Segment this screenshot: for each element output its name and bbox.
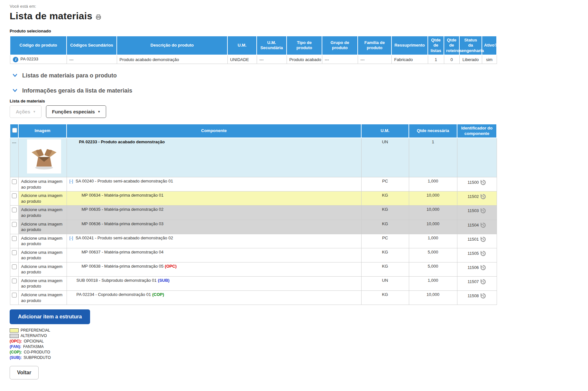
product-image[interactable] bbox=[27, 139, 61, 173]
row-checkbox[interactable] bbox=[12, 293, 17, 298]
add-image-link[interactable]: Adicione uma imagem ao produto bbox=[21, 221, 64, 233]
legend-label: ALTERNATIVO bbox=[21, 333, 47, 338]
actions-button[interactable]: Ações ▾ bbox=[10, 105, 41, 118]
add-image-link[interactable]: Adicione uma imagem ao produto bbox=[21, 179, 64, 190]
col-header: Ativo? bbox=[482, 36, 497, 55]
history-icon[interactable] bbox=[480, 236, 486, 244]
product-um-secondary: --- bbox=[257, 55, 287, 64]
section-general-info[interactable]: Informações gerais da lista de materiais bbox=[12, 87, 508, 94]
add-image-link[interactable]: Adicione uma imagem ao produto bbox=[21, 207, 64, 218]
row-checkbox[interactable] bbox=[12, 208, 17, 212]
col-header: Qtde de listas bbox=[428, 36, 444, 55]
legend-label: FANTASMA bbox=[23, 344, 44, 349]
product-eng-status: Liberado bbox=[459, 55, 482, 64]
row-checkbox[interactable] bbox=[12, 279, 17, 283]
row-checkbox[interactable] bbox=[12, 193, 17, 198]
component-um: PC bbox=[361, 177, 409, 191]
col-header: U.M. bbox=[227, 36, 257, 55]
add-image-link[interactable]: Adicione uma imagem ao produto bbox=[21, 278, 64, 289]
component-um: PC bbox=[361, 234, 409, 248]
component-qty: 5,000 bbox=[409, 262, 457, 276]
add-image-link[interactable]: Adicione uma imagem ao produto bbox=[21, 250, 64, 261]
special-functions-button[interactable]: Funções especiais ▾ bbox=[46, 105, 106, 118]
product-qty-routes: 0 bbox=[444, 55, 459, 64]
history-icon[interactable] bbox=[480, 179, 486, 187]
component-qty: 1,000 bbox=[409, 276, 457, 290]
product-description: Produto acabado demonstração bbox=[117, 55, 227, 64]
component-um: KG bbox=[361, 262, 409, 276]
row-checkbox[interactable] bbox=[12, 222, 17, 227]
product-group: --- bbox=[322, 55, 358, 64]
row-checkbox[interactable] bbox=[12, 264, 17, 269]
component-qty: 10,000 bbox=[409, 191, 457, 206]
legend-tag: (COP): bbox=[10, 350, 22, 354]
product-qty-lists: 1 bbox=[428, 55, 444, 64]
component-um: KG bbox=[361, 206, 409, 220]
col-header: Identificador do componente bbox=[457, 124, 497, 138]
component-um: KG bbox=[361, 291, 409, 305]
component-qty: 10,000 bbox=[409, 206, 457, 220]
legend-tag: (SUB): bbox=[10, 355, 22, 360]
product-type: Produto acabado bbox=[287, 55, 322, 64]
col-header: Status da engenharia bbox=[459, 36, 482, 55]
component-id: 11503 bbox=[467, 208, 479, 213]
back-button[interactable]: Voltar bbox=[10, 366, 39, 379]
add-item-button[interactable]: Adicionar item a estrutura bbox=[10, 309, 90, 324]
printer-icon[interactable] bbox=[96, 14, 101, 21]
product-resupply: Fabricado bbox=[391, 55, 428, 64]
row-checkbox[interactable] bbox=[12, 179, 17, 184]
component-id: 11505 bbox=[467, 251, 479, 256]
row-checkbox[interactable] bbox=[12, 250, 17, 255]
product-row: iPA 02233 --- Produto acabado demonstraç… bbox=[10, 55, 497, 64]
history-icon[interactable] bbox=[480, 250, 486, 258]
history-icon[interactable] bbox=[480, 293, 486, 300]
history-icon[interactable] bbox=[480, 222, 486, 229]
table-row-alternativo: Adicione uma imagem ao produto MP 00635 … bbox=[10, 206, 497, 220]
collapse-link[interactable]: [-] bbox=[69, 179, 73, 183]
history-icon[interactable] bbox=[480, 208, 486, 215]
preferencial-swatch bbox=[10, 328, 19, 333]
product-um: UNIDADE bbox=[227, 55, 257, 64]
table-row: Adicione uma imagem ao produto MP 00637 … bbox=[10, 248, 497, 262]
alternativo-swatch bbox=[10, 334, 19, 338]
collapse-link[interactable]: [-] bbox=[69, 235, 73, 240]
row-checkbox[interactable] bbox=[12, 236, 17, 241]
col-header: U.M. Secundária bbox=[257, 36, 287, 55]
col-header: Ressuprimento bbox=[391, 36, 428, 55]
component-qty: 5,000 bbox=[409, 248, 457, 262]
col-header: Código do produto bbox=[10, 36, 67, 55]
component-um: KG bbox=[361, 220, 409, 234]
add-image-link[interactable]: Adicione uma imagem ao produto bbox=[21, 235, 64, 247]
col-header: Códigos Secundários bbox=[67, 36, 117, 55]
add-image-link[interactable]: Adicione uma imagem ao produto bbox=[21, 193, 64, 204]
table-row: Adicione uma imagem ao produto PA 02234 … bbox=[10, 291, 497, 305]
col-header: Qtde necessária bbox=[409, 124, 457, 138]
component-name: MP 00637 - Matéria-prima demonstração 04 bbox=[69, 250, 164, 254]
component-qty: 10,000 bbox=[409, 291, 457, 305]
root-qty: 1 bbox=[409, 138, 457, 177]
col-header: Tipo de produto bbox=[287, 36, 322, 55]
page: Você está em: Lista de materiais Produto… bbox=[0, 0, 508, 389]
breadcrumb: Você está em: bbox=[10, 4, 508, 9]
component-name: MP 00634 - Matéria-prima demonstração 01 bbox=[69, 193, 164, 198]
component-um: KG bbox=[361, 248, 409, 262]
legend-tag: (OPC): bbox=[10, 339, 22, 343]
table-row: Adicione uma imagem ao produto [-]SA 002… bbox=[10, 177, 497, 191]
history-icon[interactable] bbox=[480, 193, 486, 201]
component-name: SUB 00018 - Subproduto demonstração 01 bbox=[77, 278, 157, 283]
bom-label: Lista de materiais bbox=[10, 99, 508, 103]
add-image-link[interactable]: Adicione uma imagem ao produto bbox=[21, 264, 64, 275]
section-title: Listas de materiais para o produto bbox=[22, 72, 117, 79]
info-icon[interactable]: i bbox=[13, 57, 18, 62]
sub-tag: (SUB) bbox=[158, 278, 170, 283]
select-all-checkbox[interactable] bbox=[12, 128, 17, 133]
component-id: 11500 bbox=[467, 180, 479, 185]
section-lists-for-product[interactable]: Listas de materiais para o produto bbox=[12, 72, 508, 79]
component-qty: 10,000 bbox=[409, 220, 457, 234]
add-image-link[interactable]: Adicione uma imagem ao produto bbox=[21, 292, 64, 303]
history-icon[interactable] bbox=[480, 264, 486, 272]
history-icon[interactable] bbox=[480, 279, 486, 286]
table-row: Adicione uma imagem ao produto SUB 00018… bbox=[10, 276, 497, 290]
legend-label: SUBPRODUTO bbox=[23, 355, 51, 360]
component-id: 11501 bbox=[467, 237, 479, 242]
